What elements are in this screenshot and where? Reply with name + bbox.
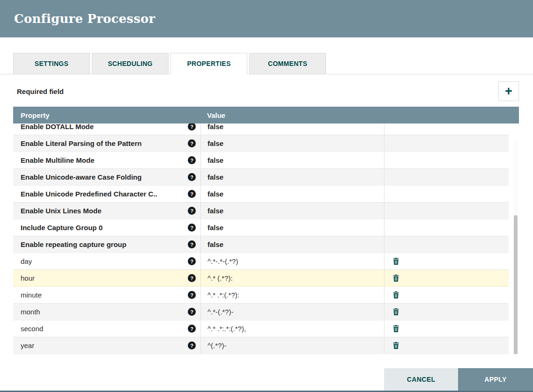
help-icon[interactable]: ? bbox=[188, 156, 196, 164]
row-actions-cell bbox=[384, 270, 509, 286]
help-icon[interactable]: ? bbox=[188, 240, 196, 248]
trash-icon[interactable] bbox=[393, 275, 399, 282]
property-value[interactable]: ^(.*?)- bbox=[200, 337, 384, 354]
row-actions-cell bbox=[384, 304, 509, 320]
help-icon[interactable]: ? bbox=[188, 341, 196, 349]
property-cell: Include Capture Group 0? bbox=[13, 219, 200, 236]
scrollbar-thumb[interactable] bbox=[514, 215, 518, 354]
property-cell: Enable Unix Lines Mode? bbox=[13, 203, 200, 219]
row-actions-cell bbox=[384, 337, 509, 354]
property-value[interactable]: ^.* .*:.*:(.*?), bbox=[200, 320, 384, 337]
property-value[interactable]: ^.*-(.*?)- bbox=[200, 304, 384, 320]
help-icon[interactable]: ? bbox=[188, 190, 196, 198]
table-row[interactable]: Enable Multiline Mode?false bbox=[13, 152, 509, 169]
row-actions-cell bbox=[384, 123, 509, 135]
property-name: year bbox=[21, 341, 34, 349]
trash-icon[interactable] bbox=[393, 342, 399, 349]
property-cell: day? bbox=[13, 253, 200, 269]
table-row[interactable]: Enable Literal Parsing of the Pattern?fa… bbox=[13, 135, 509, 152]
property-value[interactable]: false bbox=[200, 152, 384, 168]
trash-icon[interactable] bbox=[393, 291, 399, 298]
property-value[interactable]: ^.*-.*-(.*?) bbox=[200, 253, 384, 269]
help-icon[interactable]: ? bbox=[188, 123, 196, 131]
table-row[interactable]: Enable Unicode Predefined Character C..?… bbox=[13, 186, 509, 203]
property-name: Enable Unix Lines Mode bbox=[21, 207, 102, 215]
property-cell: second? bbox=[13, 320, 200, 337]
table-row[interactable]: minute?^.* .*:(.*?): bbox=[13, 287, 509, 304]
property-name: Enable Literal Parsing of the Pattern bbox=[21, 139, 141, 147]
plus-icon: + bbox=[505, 85, 512, 98]
add-property-button[interactable]: + bbox=[498, 81, 519, 101]
help-icon[interactable]: ? bbox=[188, 139, 196, 147]
property-cell: Enable Multiline Mode? bbox=[13, 152, 200, 168]
table-row[interactable]: Enable Unicode-aware Case Folding?false bbox=[13, 169, 509, 186]
help-icon[interactable]: ? bbox=[188, 274, 196, 282]
property-name: Enable Unicode Predefined Character C.. bbox=[21, 190, 157, 198]
property-name: minute bbox=[21, 291, 42, 299]
help-icon[interactable]: ? bbox=[188, 173, 196, 181]
trash-icon[interactable] bbox=[393, 325, 399, 332]
table-scrollbar[interactable] bbox=[514, 140, 518, 354]
property-cell: Enable Literal Parsing of the Pattern? bbox=[13, 135, 200, 152]
row-actions-cell bbox=[384, 287, 509, 303]
property-cell: Enable Unicode-aware Case Folding? bbox=[13, 169, 200, 185]
property-name: Enable DOTALL Mode bbox=[21, 123, 94, 131]
tab-settings[interactable]: SETTINGS bbox=[13, 53, 90, 74]
property-value[interactable]: false bbox=[200, 219, 384, 236]
cancel-button[interactable]: CANCEL bbox=[384, 368, 458, 391]
property-value[interactable]: false bbox=[200, 169, 384, 185]
property-name: hour bbox=[21, 274, 35, 282]
tab-properties[interactable]: PROPERTIES bbox=[170, 53, 247, 74]
row-actions-cell bbox=[384, 152, 509, 168]
dialog-title: Configure Processor bbox=[14, 12, 155, 26]
trash-icon[interactable] bbox=[393, 258, 399, 265]
row-actions-cell bbox=[384, 236, 509, 253]
tab-comments[interactable]: COMMENTS bbox=[249, 53, 326, 74]
table-row[interactable]: day?^.*-.*-(.*?) bbox=[13, 253, 509, 270]
required-field-label: Required field bbox=[17, 87, 64, 95]
help-icon[interactable]: ? bbox=[188, 257, 196, 265]
property-value[interactable]: ^.* .*:(.*?): bbox=[200, 287, 384, 303]
column-header-value: Value bbox=[200, 111, 225, 119]
table-row[interactable]: year?^(.*?)- bbox=[13, 337, 509, 354]
row-actions-cell bbox=[384, 135, 509, 152]
table-row[interactable]: Enable DOTALL Mode?false bbox=[13, 123, 509, 135]
table-row[interactable]: month?^.*-(.*?)- bbox=[13, 304, 509, 320]
apply-button[interactable]: APPLY bbox=[458, 368, 533, 391]
table-body: Enable DOTALL Mode?falseEnable Literal P… bbox=[13, 123, 519, 354]
table-row[interactable]: Enable Unix Lines Mode?false bbox=[13, 203, 509, 219]
row-actions-cell bbox=[384, 253, 509, 269]
property-cell: month? bbox=[13, 304, 200, 320]
row-actions-cell bbox=[384, 219, 509, 236]
property-value[interactable]: false bbox=[200, 236, 384, 253]
property-cell: Enable DOTALL Mode? bbox=[13, 123, 200, 135]
table-row[interactable]: Include Capture Group 0?false bbox=[13, 219, 509, 236]
table-row[interactable]: hour?^.* (.*?): bbox=[13, 270, 509, 287]
property-value[interactable]: false bbox=[200, 203, 384, 219]
table-row[interactable]: Enable repeating capture group?false bbox=[13, 236, 509, 253]
configure-processor-dialog: Configure Processor SETTINGSSCHEDULINGPR… bbox=[0, 0, 533, 392]
property-cell: Enable Unicode Predefined Character C..? bbox=[13, 186, 200, 202]
property-cell: minute? bbox=[13, 287, 200, 303]
trash-icon[interactable] bbox=[393, 308, 399, 315]
help-icon[interactable]: ? bbox=[188, 224, 196, 232]
help-icon[interactable]: ? bbox=[188, 308, 196, 316]
help-icon[interactable]: ? bbox=[188, 325, 196, 333]
property-value[interactable]: ^.* (.*?): bbox=[200, 270, 384, 286]
help-icon[interactable]: ? bbox=[188, 207, 196, 215]
property-value[interactable]: false bbox=[200, 186, 384, 202]
table-header-row: Property Value bbox=[13, 107, 519, 123]
property-value[interactable]: false bbox=[200, 135, 384, 152]
property-cell: year? bbox=[13, 337, 200, 354]
properties-table: Property Value Enable DOTALL Mode?falseE… bbox=[13, 107, 519, 354]
help-icon[interactable]: ? bbox=[188, 291, 196, 299]
property-name: second bbox=[21, 325, 43, 333]
table-row[interactable]: second?^.* .*:.*:(.*?), bbox=[13, 320, 509, 337]
tab-scheduling[interactable]: SCHEDULING bbox=[92, 53, 169, 74]
property-name: Enable Unicode-aware Case Folding bbox=[21, 173, 141, 181]
property-value[interactable]: false bbox=[200, 123, 384, 135]
row-actions-cell bbox=[384, 320, 509, 337]
row-actions-cell bbox=[384, 186, 509, 202]
property-name: Enable Multiline Mode bbox=[21, 156, 95, 164]
property-name: day bbox=[21, 257, 32, 265]
